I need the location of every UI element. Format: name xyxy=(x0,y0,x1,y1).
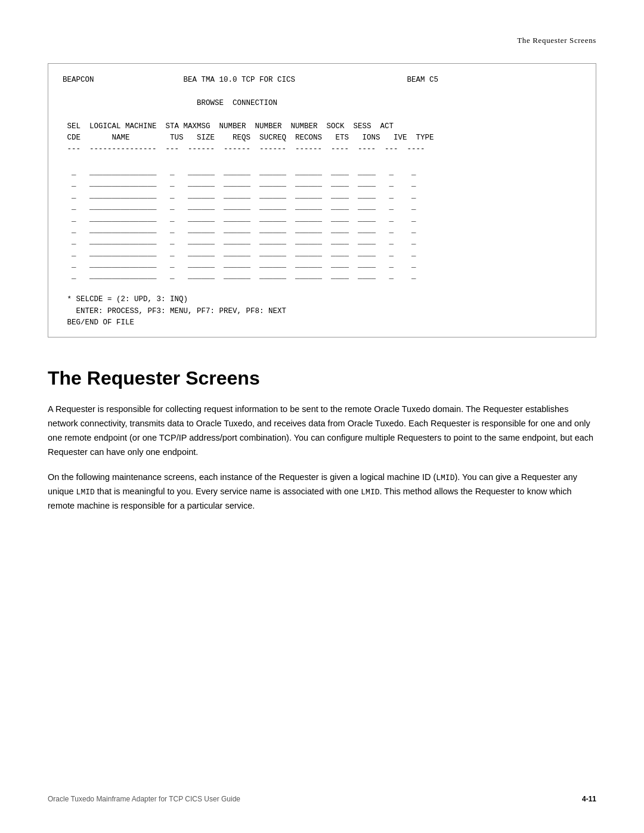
terminal-line-9: _ _______________ _ ______ ______ ______… xyxy=(63,178,581,190)
terminal-line-6: --- --------------- --- ------ ------ --… xyxy=(63,144,581,155)
para2-code1: LMID xyxy=(436,473,454,482)
terminal-line-20: ENTER: PROCESS, PF3: MENU, PF7: PREV, PF… xyxy=(63,306,581,317)
terminal-line-15: _ _______________ _ ______ ______ ______… xyxy=(63,248,581,259)
terminal-line-8: _ _______________ _ ______ ______ ______… xyxy=(63,167,581,178)
page-footer: Oracle Tuxedo Mainframe Adapter for TCP … xyxy=(48,795,596,803)
terminal-line-1 xyxy=(63,86,581,97)
para2-code2: LMID xyxy=(76,488,95,497)
terminal-line-5: CDE NAME TUS SIZE REQS SUCREQ RECONS ETS… xyxy=(63,132,581,144)
terminal-line-2: BROWSE CONNECTION xyxy=(63,98,581,109)
terminal-line-13: _ _______________ _ ______ ______ ______… xyxy=(63,225,581,236)
terminal-line-19: * SELCDE = (2: UPD, 3: INQ) xyxy=(63,294,581,305)
footer-page-number: 4-11 xyxy=(582,795,596,803)
para2-middle2: that is meaningful to you. Every service… xyxy=(95,487,361,496)
terminal-line-7 xyxy=(63,156,581,167)
section-heading: The Requester Screens xyxy=(48,367,596,389)
terminal-line-12: _ _______________ _ ______ ______ ______… xyxy=(63,213,581,225)
para2-code3: LMID xyxy=(361,488,379,497)
terminal-line-4: SEL LOGICAL MACHINE STA MAXMSG NUMBER NU… xyxy=(63,121,581,132)
terminal-line-14: _ _______________ _ ______ ______ ______… xyxy=(63,236,581,247)
terminal-line-11: _ _______________ _ ______ ______ ______… xyxy=(63,202,581,213)
footer-left-text: Oracle Tuxedo Mainframe Adapter for TCP … xyxy=(48,795,240,803)
paragraph-1: A Requester is responsible for collectin… xyxy=(48,402,596,460)
terminal-line-16: _ _______________ _ ______ ______ ______… xyxy=(63,259,581,271)
top-header-text: The Requester Screens xyxy=(517,36,596,45)
terminal-line-10: _ _______________ _ ______ ______ ______… xyxy=(63,190,581,202)
terminal-line-0: BEAPCON BEA TMA 10.0 TCP FOR CICS BEAM C… xyxy=(63,75,581,86)
terminal-line-18 xyxy=(63,283,581,294)
terminal-line-3 xyxy=(63,109,581,120)
paragraph-2: On the following maintenance screens, ea… xyxy=(48,470,596,513)
para2-before: On the following maintenance screens, ea… xyxy=(48,472,436,482)
top-right-header: The Requester Screens xyxy=(48,36,596,45)
terminal-line-21: BEG/END OF FILE xyxy=(63,317,581,329)
terminal-line-17: _ _______________ _ ______ ______ ______… xyxy=(63,271,581,282)
page-container: The Requester Screens BEAPCON BEA TMA 10… xyxy=(0,0,644,833)
terminal-box: BEAPCON BEA TMA 10.0 TCP FOR CICS BEAM C… xyxy=(48,63,596,337)
